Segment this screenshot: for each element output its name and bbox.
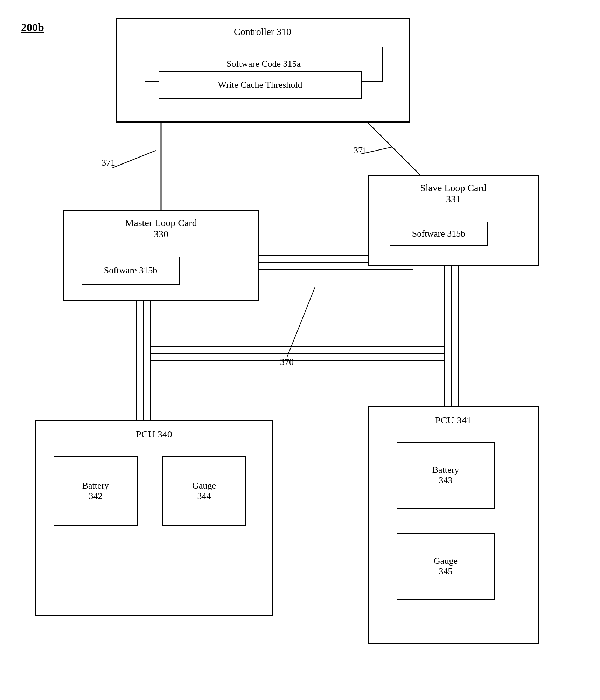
pcu-right-title: PCU 341 — [432, 413, 474, 427]
master-software-label: Software 315b — [101, 264, 160, 277]
slave-loop-box: Slave Loop Card 331 Software 315b — [368, 175, 539, 266]
slave-software-label: Software 315b — [409, 227, 468, 240]
svg-line-1 — [112, 150, 156, 168]
pcu-left-box: PCU 340 Battery 342 Gauge 344 — [35, 420, 273, 616]
gauge-344-label: Gauge 344 — [189, 479, 219, 503]
pcu-right-box: PCU 341 Battery 343 Gauge 345 — [368, 406, 539, 644]
battery-343-label: Battery 343 — [430, 463, 462, 487]
diagram: 200b Controller 310 Software Code 315a W… — [0, 0, 600, 700]
battery-342-box: Battery 342 — [54, 456, 138, 526]
write-cache-box: Write Cache Threshold — [159, 71, 362, 99]
pcu-left-title: PCU 340 — [133, 427, 175, 441]
annotation-370: 370 — [280, 357, 294, 368]
battery-343-box: Battery 343 — [397, 442, 495, 509]
write-cache-label: Write Cache Threshold — [215, 78, 305, 92]
slave-loop-title: Slave Loop Card 331 — [369, 181, 538, 206]
annotation-left-371: 371 — [102, 158, 115, 168]
slave-software-box: Software 315b — [390, 222, 488, 246]
software-code-label: Software Code 315a — [224, 57, 304, 71]
master-loop-title: Master Loop Card 330 — [64, 216, 258, 241]
gauge-345-label: Gauge 345 — [431, 554, 460, 578]
gauge-344-box: Gauge 344 — [162, 456, 246, 526]
battery-342-label: Battery 342 — [79, 479, 112, 503]
gauge-345-box: Gauge 345 — [397, 533, 495, 600]
svg-line-2 — [368, 122, 420, 175]
svg-line-7 — [287, 287, 315, 357]
diagram-label: 200b — [21, 21, 44, 34]
controller-title: Controller 310 — [231, 25, 294, 39]
master-loop-box: Master Loop Card 330 Software 315b — [63, 210, 259, 301]
controller-box: Controller 310 Software Code 315a Write … — [116, 18, 410, 122]
annotation-right-371: 371 — [354, 145, 367, 156]
master-software-box: Software 315b — [82, 257, 180, 285]
